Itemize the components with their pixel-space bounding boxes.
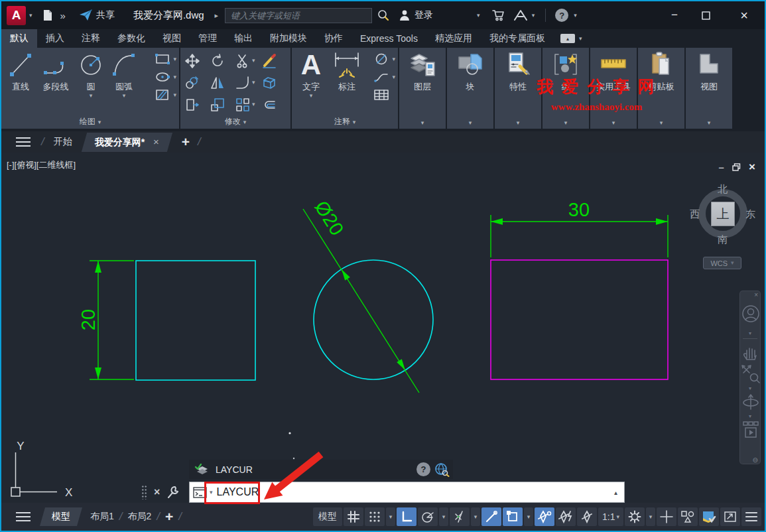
command-drag-handle[interactable]	[141, 485, 147, 499]
qat-expand-icon[interactable]: »	[60, 10, 64, 21]
utilities-button[interactable]: 实用工具	[590, 50, 637, 93]
tab-manage[interactable]: 管理	[190, 29, 225, 48]
viewport-restore-button[interactable]	[732, 163, 741, 171]
clean-screen-button[interactable]	[720, 507, 740, 526]
viewcube[interactable]: 北 西 东 南 上 WCS▾	[688, 182, 760, 275]
tab-collaborate[interactable]: 协作	[316, 29, 351, 48]
viewcube-south[interactable]: 南	[718, 233, 728, 246]
tab-annotate[interactable]: 注释	[73, 29, 109, 48]
snap-dropdown[interactable]: ▾	[386, 507, 395, 526]
orbit-icon[interactable]	[740, 391, 761, 411]
model-space-button[interactable]: 模型	[313, 507, 342, 526]
rotate-tool-button[interactable]	[210, 50, 235, 71]
ribbon-collapse-dropdown-icon[interactable]: ▾	[579, 36, 582, 42]
command-close-icon[interactable]: ×	[154, 486, 160, 498]
drawing-viewport[interactable]: [-][俯视][二维线框] − × 北 西 东 南 上 WCS▾ × ▾ ▾ ▾	[1, 153, 765, 504]
rectangle-dropdown-icon[interactable]: ▾	[173, 56, 176, 62]
autodesk-dropdown-icon[interactable]: ▾	[532, 13, 535, 19]
fillet-dropdown-icon[interactable]: ▾	[252, 80, 255, 86]
dimension-tool-button[interactable]: 标注	[328, 50, 366, 99]
panel-draw-footer[interactable]: 绘图▾	[1, 116, 179, 127]
app-logo-button[interactable]: A	[7, 6, 26, 25]
file-tab-menu-icon[interactable]	[16, 137, 31, 147]
trim-dropdown-icon[interactable]: ▾	[252, 58, 255, 64]
erase-tool-button[interactable]	[261, 50, 285, 71]
clipboard-panel-expand-icon[interactable]: ▾	[660, 119, 663, 126]
annotation-scale-button[interactable]	[577, 507, 597, 526]
polar-tracking-toggle[interactable]	[418, 507, 438, 526]
autodesk-logo-icon[interactable]	[513, 9, 528, 21]
command-customize-wrench-icon[interactable]	[166, 486, 180, 499]
scale-value-button[interactable]: 1:1▾	[598, 507, 623, 526]
start-tab[interactable]: 开始	[54, 136, 72, 148]
new-layout-button[interactable]: +	[165, 509, 173, 525]
hatch-tool-button[interactable]: ▾	[155, 89, 176, 101]
tab-express-tools[interactable]: Express Tools	[351, 29, 426, 48]
annotation-monitor-button[interactable]	[657, 507, 676, 526]
ellipse-dropdown-icon[interactable]: ▾	[173, 74, 176, 80]
tab-view[interactable]: 视图	[154, 29, 190, 48]
array-tool-button[interactable]: ▾	[235, 94, 261, 115]
customization-menu-button[interactable]	[741, 507, 761, 526]
move-tool-button[interactable]	[184, 50, 210, 71]
groups-panel-expand-icon[interactable]: ▾	[564, 119, 568, 126]
mirror-tool-button[interactable]	[210, 72, 235, 93]
document-tab-close-icon[interactable]: ×	[153, 136, 159, 147]
circle-entity[interactable]	[314, 260, 433, 379]
view-button[interactable]: 视图	[686, 50, 732, 93]
viewcube-west[interactable]: 西	[690, 208, 700, 221]
leader-dropdown-icon[interactable]: ▾	[392, 74, 395, 80]
viewport-close-button[interactable]: ×	[749, 161, 755, 174]
cart-icon[interactable]	[492, 9, 505, 21]
tab-parametric[interactable]: 参数化	[109, 29, 154, 48]
maximize-button[interactable]	[702, 11, 710, 20]
graphics-performance-button[interactable]	[699, 507, 719, 526]
navigation-bar[interactable]: × ▾ ▾ ▾ ⊖	[739, 291, 761, 464]
diameter-dimension[interactable]: Ø20	[303, 197, 419, 393]
text-dropdown-icon[interactable]: ▾	[310, 93, 313, 99]
properties-button[interactable]: 特性	[495, 50, 541, 93]
layers-button[interactable]: 图层	[399, 50, 446, 93]
scale-tool-button[interactable]	[210, 94, 235, 115]
tab-addins[interactable]: 附加模块	[261, 29, 316, 48]
groups-button[interactable]: 组	[543, 50, 589, 93]
login-dropdown-icon[interactable]: ▾	[477, 13, 480, 19]
document-tab-active[interactable]: 我爱分享网* ×	[84, 133, 170, 152]
object-snap-2d-toggle[interactable]	[503, 507, 523, 526]
panel-annotate-footer[interactable]: 注释▾	[292, 116, 398, 127]
arc-tool-button[interactable]: 圆弧 ▾	[107, 50, 141, 99]
ellipse-tool-button[interactable]: ▾	[155, 71, 176, 83]
square-entity[interactable]	[136, 261, 255, 380]
line-tool-button[interactable]: 直线	[4, 50, 37, 99]
workspace-switching-button[interactable]	[625, 507, 645, 526]
new-document-tab-button[interactable]: +	[182, 134, 190, 150]
grid-display-toggle[interactable]	[344, 507, 363, 526]
table-button[interactable]	[373, 89, 395, 101]
polyline-tool-button[interactable]: 多段线	[37, 50, 74, 99]
arc-dropdown-icon[interactable]: ▾	[123, 93, 126, 99]
help-dropdown-icon[interactable]: ▾	[574, 13, 577, 19]
help-search-input[interactable]	[225, 8, 372, 23]
tab-featured-apps[interactable]: 精选应用	[426, 29, 481, 48]
text-tool-button[interactable]: A 文字 ▾	[294, 50, 328, 99]
showmotion-icon[interactable]	[740, 419, 761, 443]
object-snap-toggle[interactable]	[481, 507, 501, 526]
annotation-autoscale-toggle[interactable]	[556, 507, 576, 526]
diameter-dropdown-icon[interactable]: ▾	[392, 56, 395, 62]
layout-tab-model[interactable]: 模型	[42, 507, 80, 526]
layout-menu-icon[interactable]	[16, 512, 31, 521]
pan-hand-icon[interactable]	[740, 341, 761, 361]
block-button[interactable]: 块	[447, 50, 493, 93]
hatch-dropdown-icon[interactable]: ▾	[173, 92, 176, 98]
circle-tool-button[interactable]: 圆 ▾	[74, 50, 107, 99]
panel-modify-footer[interactable]: 修改▾	[180, 116, 290, 127]
tab-custom-panel[interactable]: 我的专属面板	[481, 29, 554, 48]
minimize-button[interactable]: −	[665, 9, 684, 22]
ucs-icon[interactable]: Y X	[11, 440, 72, 499]
command-suggestion-row[interactable]: LAYCUR ?	[189, 460, 453, 479]
viewcube-east[interactable]: 东	[745, 208, 755, 221]
diameter-dim-button[interactable]: ▾	[373, 53, 395, 65]
command-help-button[interactable]: ?	[416, 462, 430, 476]
zoom-extents-icon[interactable]	[740, 364, 761, 383]
vertical-dimension[interactable]: 20	[78, 261, 134, 379]
